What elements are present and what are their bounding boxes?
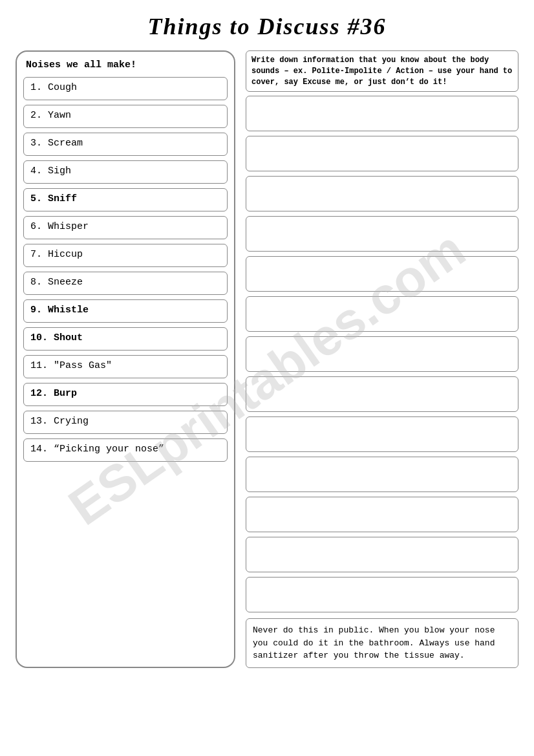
- noise-item-4: 4. Sigh: [23, 160, 228, 184]
- noise-item-1: 1. Cough: [23, 77, 228, 100]
- main-layout: Noises we all make! 1. Cough2. Yawn3. Sc…: [16, 50, 518, 668]
- noise-item-10: 10. Shout: [23, 327, 228, 351]
- right-column: Write down information that you know abo…: [246, 50, 518, 668]
- page-title: Things to Discuss #36: [16, 13, 518, 40]
- noise-item-11: 11. "Pass Gas": [23, 355, 228, 378]
- noise-item-3: 3. Scream: [23, 133, 228, 156]
- answer-box-12[interactable]: [246, 537, 518, 572]
- noise-item-7: 7. Hiccup: [23, 244, 228, 267]
- answer-box-6[interactable]: [246, 296, 518, 332]
- noise-item-13: 13. Crying: [23, 411, 228, 434]
- noise-item-12: 12. Burp: [23, 383, 228, 406]
- noise-item-8: 8. Sneeze: [23, 272, 228, 295]
- left-column-header: Noises we all make!: [23, 59, 228, 70]
- noise-item-6: 6. Whisper: [23, 216, 228, 239]
- left-column: Noises we all make! 1. Cough2. Yawn3. Sc…: [16, 50, 235, 668]
- footer-box: Never do this in public. When you blow y…: [246, 618, 518, 668]
- instructions-box: Write down information that you know abo…: [246, 50, 518, 92]
- noise-item-5: 5. Sniff: [23, 188, 228, 211]
- answer-box-13[interactable]: [246, 577, 518, 612]
- noise-item-14: 14. “Picking your nose”: [23, 438, 228, 462]
- answer-box-2[interactable]: [246, 136, 518, 171]
- answer-box-4[interactable]: [246, 216, 518, 252]
- answer-box-5[interactable]: [246, 256, 518, 292]
- answer-box-1[interactable]: [246, 96, 518, 131]
- noise-item-2: 2. Yawn: [23, 105, 228, 128]
- answer-box-3[interactable]: [246, 176, 518, 211]
- answer-box-9[interactable]: [246, 416, 518, 452]
- answer-box-7[interactable]: [246, 336, 518, 372]
- answer-boxes-container: [246, 96, 518, 617]
- answer-box-10[interactable]: [246, 457, 518, 492]
- noise-item-9: 9. Whistle: [23, 299, 228, 323]
- noise-list: 1. Cough2. Yawn3. Scream4. Sigh5. Sniff6…: [23, 77, 228, 462]
- answer-box-8[interactable]: [246, 376, 518, 412]
- answer-box-11[interactable]: [246, 497, 518, 532]
